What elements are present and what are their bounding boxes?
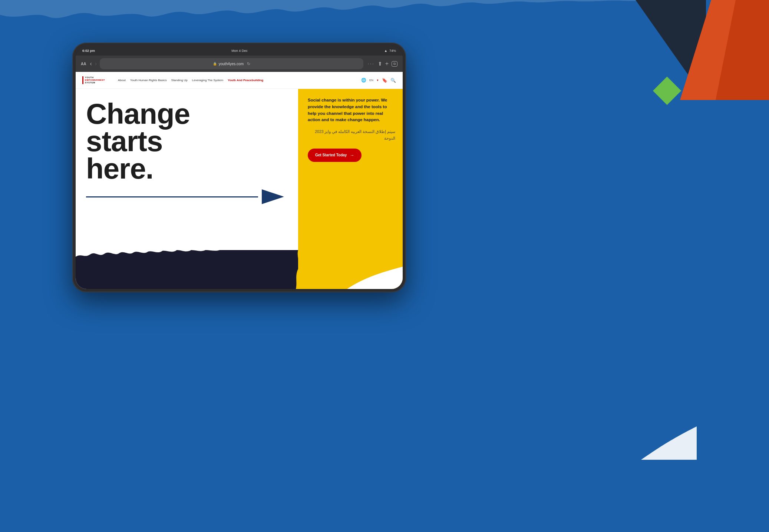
logo-line3: SYSTEM: [85, 82, 95, 84]
back-button[interactable]: ‹: [90, 61, 92, 67]
battery-percent: 74%: [389, 49, 396, 53]
wifi-icon: ▲: [384, 49, 387, 53]
status-date: Mon 4 Dec: [231, 49, 248, 53]
logo-line2: EMPOWERMENT: [85, 79, 105, 82]
ipad-device: 6:02 pm Mon 4 Dec ▲ 74% AA ‹ › 🔒 youth4y…: [72, 43, 406, 292]
arabic-text: سيتم إطلاق النسخة العربيه الكامله في واي…: [308, 129, 395, 142]
nav-peacebuilding[interactable]: Youth And Peacebuilding: [228, 79, 263, 82]
url-text: youth4yes.com: [219, 62, 244, 66]
logo-line1: YOUTH: [85, 76, 94, 79]
nav-standing-up[interactable]: Standing Up: [171, 79, 188, 82]
globe-icon: 🌐: [361, 78, 366, 83]
website-frame: YOUTH EMPOWERMENT SYSTEM About Youth Hum…: [76, 72, 403, 289]
svg-marker-0: [262, 189, 284, 204]
hero-section: Change starts here.: [76, 89, 403, 289]
forward-button[interactable]: ›: [95, 61, 97, 67]
cta-button[interactable]: Get Started Today →: [308, 149, 362, 162]
hero-description: Social change is within your power. We p…: [308, 97, 395, 123]
lock-icon: 🔒: [213, 62, 217, 66]
lang-text[interactable]: EN: [369, 79, 373, 82]
browser-toolbar: AA ‹ › 🔒 youth4yes.com ↻ ··· ⬆ + ⧉: [76, 56, 403, 72]
aa-label[interactable]: AA: [81, 62, 86, 66]
url-bar[interactable]: 🔒 youth4yes.com ↻: [100, 58, 363, 69]
nav-about[interactable]: About: [118, 79, 126, 82]
torn-bottom-edge: [76, 250, 298, 263]
browser-dots[interactable]: ···: [368, 61, 375, 66]
search-icon[interactable]: 🔍: [390, 78, 396, 83]
nav-links: About Youth Human Rights Basics Standing…: [118, 79, 361, 82]
nav-right-icons: 🌐 EN ▼ 🔖 🔍: [361, 78, 396, 83]
hero-right-panel: Social change is within your power. We p…: [298, 89, 403, 289]
lang-dropdown-icon[interactable]: ▼: [376, 79, 379, 82]
white-blob: [336, 259, 403, 289]
hero-bottom-dark: [76, 263, 298, 289]
hero-headline: Change starts here.: [86, 100, 288, 182]
add-tab-button[interactable]: +: [385, 60, 389, 67]
hero-left-panel: Change starts here.: [76, 89, 298, 289]
nav-leveraging[interactable]: Leveraging The System: [192, 79, 223, 82]
site-navigation: YOUTH EMPOWERMENT SYSTEM About Youth Hum…: [76, 72, 403, 89]
status-bar: 6:02 pm Mon 4 Dec ▲ 74%: [76, 46, 403, 56]
share-button[interactable]: ⬆: [378, 61, 382, 67]
tabs-button[interactable]: ⧉: [392, 61, 397, 67]
bookmark-icon[interactable]: 🔖: [382, 78, 387, 83]
refresh-icon[interactable]: ↻: [247, 61, 250, 66]
status-time: 6:02 pm: [82, 49, 95, 53]
hero-arrow: [86, 187, 288, 206]
nav-human-rights[interactable]: Youth Human Rights Basics: [130, 79, 167, 82]
site-logo[interactable]: YOUTH EMPOWERMENT SYSTEM: [82, 76, 112, 84]
